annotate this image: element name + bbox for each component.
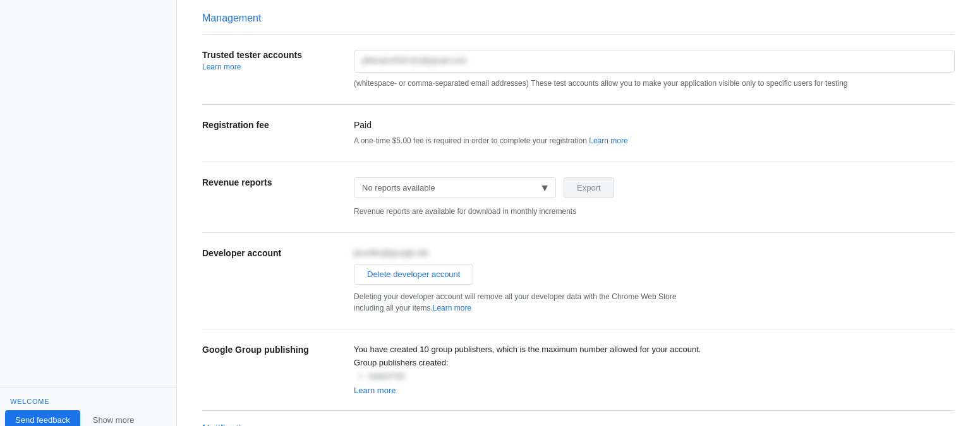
developer-account-email: jfun4litn@google.tall <box>354 248 955 257</box>
main-content: Management Trusted tester accounts Learn… <box>177 0 980 426</box>
developer-account-delete-note: Deleting your developer account will rem… <box>354 291 682 314</box>
registration-fee-row: Registration fee Paid A one-time $5.00 f… <box>202 105 955 162</box>
google-group-publishing-label-col: Google Group publishing <box>202 345 354 355</box>
notifications-link[interactable]: Notifications <box>202 411 955 426</box>
export-button[interactable]: Export <box>564 177 614 198</box>
revenue-reports-row: Revenue reports No reports available ▼ E… <box>202 162 955 233</box>
registration-fee-label: Registration fee <box>202 120 269 130</box>
trusted-tester-label-col: Trusted tester accounts Learn more <box>202 50 354 71</box>
registration-fee-label-col: Registration fee <box>202 120 354 130</box>
send-feedback-button[interactable]: Send feedback <box>5 410 80 426</box>
revenue-reports-select[interactable]: No reports available <box>354 177 556 198</box>
trusted-tester-value-col: jdheuenr918 kt1@gmail.com (whitespace- o… <box>354 50 955 89</box>
revenue-reports-label-col: Revenue reports <box>202 177 354 187</box>
trusted-tester-email-blurred: jdheuenr918 kt1@gmail.com <box>362 56 467 65</box>
google-group-publishing-label: Google Group publishing <box>202 345 309 355</box>
revenue-select-wrapper: No reports available ▼ <box>354 177 556 198</box>
registration-fee-desc-text: A one-time $5.00 fee is required in orde… <box>354 136 587 145</box>
google-group-learn-more-link[interactable]: Learn more <box>354 386 396 395</box>
group-publishing-description: You have created 10 group publishers, wh… <box>354 345 955 354</box>
google-group-publishing-row: Google Group publishing You have created… <box>202 329 955 411</box>
developer-account-label: Developer account <box>202 248 281 258</box>
registration-fee-learn-more-link[interactable]: Learn more <box>589 136 627 145</box>
management-link[interactable]: Management <box>202 0 955 35</box>
sidebar-action-buttons: Send feedback Show more <box>0 410 176 426</box>
developer-account-learn-more-link[interactable]: Learn more <box>433 304 471 312</box>
group-publishers-created-label: Group publishers created: <box>354 358 955 367</box>
developer-account-label-col: Developer account <box>202 248 354 258</box>
developer-email-blurred: jfun4litn@google.tall <box>354 248 428 257</box>
registration-fee-status: Paid <box>354 120 955 130</box>
sidebar: WELCOME Send feedback Show more <box>0 0 177 426</box>
revenue-reports-helper-text: Revenue reports are available for downlo… <box>354 206 955 217</box>
show-more-button[interactable]: Show more <box>85 410 142 426</box>
trusted-tester-helper-text: (whitespace- or comma-separated email ad… <box>354 78 955 89</box>
revenue-controls: No reports available ▼ Export <box>354 177 955 198</box>
trusted-tester-input[interactable]: jdheuenr918 kt1@gmail.com <box>354 50 955 73</box>
delete-note-text: Deleting your developer account will rem… <box>354 292 677 312</box>
publisher-list: baeeri7eli <box>354 371 955 381</box>
welcome-label: WELCOME <box>0 395 176 410</box>
trusted-tester-learn-more-link[interactable]: Learn more <box>202 62 339 71</box>
developer-account-row: Developer account jfun4litn@google.tall … <box>202 233 955 329</box>
trusted-tester-row: Trusted tester accounts Learn more jdheu… <box>202 35 955 105</box>
list-item: baeeri7eli <box>369 371 955 381</box>
revenue-reports-value-col: No reports available ▼ Export Revenue re… <box>354 177 955 217</box>
google-group-publishing-value-col: You have created 10 group publishers, wh… <box>354 345 955 395</box>
delete-developer-account-button[interactable]: Delete developer account <box>354 264 473 285</box>
developer-account-value-col: jfun4litn@google.tall Delete developer a… <box>354 248 955 314</box>
revenue-reports-label: Revenue reports <box>202 177 272 187</box>
sidebar-bottom: WELCOME Send feedback Show more <box>0 387 176 426</box>
registration-fee-value-col: Paid A one-time $5.00 fee is required in… <box>354 120 955 146</box>
registration-fee-description: A one-time $5.00 fee is required in orde… <box>354 135 955 146</box>
trusted-tester-label: Trusted tester accounts <box>202 50 302 60</box>
